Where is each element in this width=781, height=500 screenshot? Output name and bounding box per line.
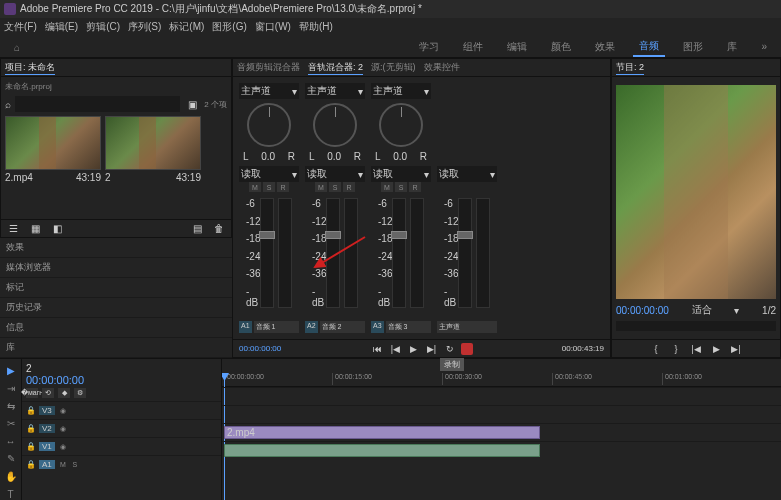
freeform-view-icon[interactable]: ◧ bbox=[49, 221, 65, 237]
source-timecode-out[interactable]: 00:00:43:19 bbox=[562, 344, 604, 353]
audio-track[interactable]: 🔒A1MS bbox=[22, 455, 221, 473]
program-monitor[interactable] bbox=[616, 85, 776, 299]
project-clip[interactable]: 2.mp443:19 bbox=[5, 116, 101, 183]
chevron-down-icon[interactable]: ▾ bbox=[734, 305, 739, 316]
video-track[interactable]: 🔒V3◉ bbox=[22, 401, 221, 419]
panel-media-browser[interactable]: 媒体浏览器 bbox=[0, 258, 232, 278]
project-search[interactable] bbox=[15, 96, 180, 112]
pan-knob[interactable] bbox=[313, 103, 357, 147]
channel-output[interactable]: 主声道▾ bbox=[305, 83, 365, 99]
track-select-tool[interactable]: ⇥ bbox=[4, 383, 18, 395]
record-toggle[interactable] bbox=[461, 343, 473, 355]
program-scrubber[interactable] bbox=[616, 321, 776, 331]
volume-fader[interactable] bbox=[260, 198, 274, 308]
ripple-tool[interactable]: ⇆ bbox=[4, 400, 18, 412]
channel-output[interactable]: 主声道▾ bbox=[239, 83, 299, 99]
lock-icon[interactable]: 🔒 bbox=[26, 442, 36, 451]
solo-button[interactable]: S bbox=[329, 182, 341, 192]
go-to-in-icon[interactable]: ⏮ bbox=[371, 342, 385, 356]
toggle-output-icon[interactable]: ◉ bbox=[58, 424, 68, 434]
workspace-effects[interactable]: 效果 bbox=[589, 38, 621, 56]
source-timecode-in[interactable]: 00:00:00:00 bbox=[239, 344, 281, 353]
lock-icon[interactable]: 🔒 bbox=[26, 424, 36, 433]
track-name[interactable]: 主声道 bbox=[437, 321, 497, 333]
razor-tool[interactable]: ✂ bbox=[4, 418, 18, 430]
automation-mode[interactable]: 读取▾ bbox=[239, 166, 299, 182]
pan-knob[interactable] bbox=[247, 103, 291, 147]
mute-icon[interactable]: M bbox=[58, 460, 68, 470]
project-clip[interactable]: 243:19 bbox=[105, 116, 201, 183]
menu-graphics[interactable]: 图形(G) bbox=[212, 20, 246, 34]
mute-button[interactable]: M bbox=[381, 182, 393, 192]
record-button[interactable]: R bbox=[343, 182, 355, 192]
pen-tool[interactable]: ✎ bbox=[4, 453, 18, 465]
time-ruler[interactable]: 00:00:00:00 00:00:15:00 00:00:30:00 00:0… bbox=[222, 359, 781, 387]
workspace-graphics[interactable]: 图形 bbox=[677, 38, 709, 56]
menu-window[interactable]: 窗口(W) bbox=[255, 20, 291, 34]
solo-icon[interactable]: S bbox=[70, 460, 80, 470]
volume-fader[interactable] bbox=[392, 198, 406, 308]
zoom-fit[interactable]: 适合 bbox=[692, 303, 712, 317]
track-name[interactable]: 音频 3 bbox=[386, 321, 431, 333]
list-view-icon[interactable]: ☰ bbox=[5, 221, 21, 237]
volume-fader[interactable] bbox=[458, 198, 472, 308]
step-forward-icon[interactable]: ▶| bbox=[425, 342, 439, 356]
menu-sequence[interactable]: 序列(S) bbox=[128, 20, 161, 34]
record-button[interactable]: R bbox=[277, 182, 289, 192]
workspace-libraries[interactable]: 库 bbox=[721, 38, 743, 56]
program-timecode[interactable]: 00:00:00:00 bbox=[616, 305, 669, 316]
selection-tool[interactable]: ▶ bbox=[4, 365, 18, 377]
solo-button[interactable]: S bbox=[263, 182, 275, 192]
menu-edit[interactable]: 编辑(E) bbox=[45, 20, 78, 34]
loop-icon[interactable]: ↻ bbox=[443, 342, 457, 356]
mute-button[interactable]: M bbox=[249, 182, 261, 192]
workspace-more[interactable]: » bbox=[755, 39, 773, 54]
icon-view-icon[interactable]: ▦ bbox=[27, 221, 43, 237]
video-track[interactable]: 🔒V2◉ bbox=[22, 419, 221, 437]
panel-info[interactable]: 信息 bbox=[0, 318, 232, 338]
menu-file[interactable]: 文件(F) bbox=[4, 20, 37, 34]
panel-effects[interactable]: 效果 bbox=[0, 238, 232, 258]
timeline-timecode[interactable]: 00:00:00:00 bbox=[26, 374, 217, 386]
mark-in-icon[interactable]: { bbox=[649, 342, 663, 356]
step-back-icon[interactable]: |◀ bbox=[389, 342, 403, 356]
mute-button[interactable]: M bbox=[315, 182, 327, 192]
panel-markers[interactable]: 标记 bbox=[0, 278, 232, 298]
automation-mode[interactable]: 读取▾ bbox=[437, 166, 497, 182]
step-forward-icon[interactable]: ▶| bbox=[729, 342, 743, 356]
menu-help[interactable]: 帮助(H) bbox=[299, 20, 333, 34]
volume-fader[interactable] bbox=[326, 198, 340, 308]
video-clip[interactable]: 2.mp4 bbox=[224, 426, 540, 439]
automation-mode[interactable]: 读取▾ bbox=[371, 166, 431, 182]
record-button[interactable]: R bbox=[409, 182, 421, 192]
audio-clip[interactable] bbox=[224, 444, 540, 457]
tab-source[interactable]: 源:(无剪辑) bbox=[371, 61, 416, 74]
new-item-icon[interactable]: ▤ bbox=[189, 221, 205, 237]
trash-icon[interactable]: 🗑 bbox=[211, 221, 227, 237]
toggle-output-icon[interactable]: ◉ bbox=[58, 406, 68, 416]
resolution[interactable]: 1/2 bbox=[762, 305, 776, 316]
play-icon[interactable]: ▶ bbox=[709, 342, 723, 356]
slip-tool[interactable]: ↔ bbox=[4, 436, 18, 448]
track-lane[interactable] bbox=[222, 405, 781, 423]
step-back-icon[interactable]: |◀ bbox=[689, 342, 703, 356]
solo-button[interactable]: S bbox=[395, 182, 407, 192]
panel-history[interactable]: 历史记录 bbox=[0, 298, 232, 318]
track-lane[interactable] bbox=[222, 441, 781, 459]
track-name[interactable]: 音频 1 bbox=[254, 321, 299, 333]
workspace-color[interactable]: 颜色 bbox=[545, 38, 577, 56]
tab-effect-controls[interactable]: 效果控件 bbox=[424, 61, 460, 74]
channel-output[interactable]: 主声道▾ bbox=[371, 83, 431, 99]
play-icon[interactable]: ▶ bbox=[407, 342, 421, 356]
toggle-output-icon[interactable]: ◉ bbox=[58, 442, 68, 452]
type-tool[interactable]: T bbox=[4, 488, 18, 500]
home-icon[interactable]: ⌂ bbox=[8, 40, 22, 54]
tab-clip-mixer[interactable]: 音频剪辑混合器 bbox=[237, 61, 300, 74]
menu-marker[interactable]: 标记(M) bbox=[169, 20, 204, 34]
workspace-assembly[interactable]: 组件 bbox=[457, 38, 489, 56]
track-lane[interactable] bbox=[222, 387, 781, 405]
mark-out-icon[interactable]: } bbox=[669, 342, 683, 356]
panel-libraries[interactable]: 库 bbox=[0, 338, 232, 358]
program-tab[interactable]: 节目: 2 bbox=[616, 61, 644, 75]
pan-knob[interactable] bbox=[379, 103, 423, 147]
